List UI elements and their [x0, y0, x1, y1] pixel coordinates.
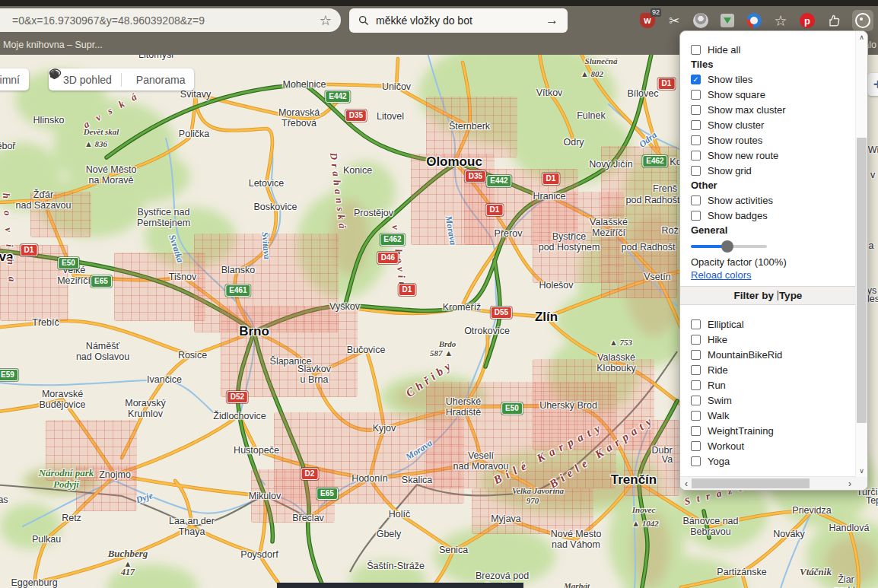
checkbox-unchecked[interactable] — [691, 380, 701, 390]
vertical-scroll-thumb[interactable] — [857, 138, 867, 423]
search-icon — [358, 15, 369, 26]
scroll-right-arrow-icon[interactable]: › — [844, 477, 856, 490]
panel-checkbox-show-grid[interactable]: Show grid — [691, 163, 856, 178]
checkbox-unchecked[interactable] — [691, 350, 701, 360]
clipboard-extension-icon[interactable] — [719, 12, 736, 29]
checkbox-label: Show max cluster — [708, 104, 786, 116]
thumbs-up-extension-icon[interactable] — [826, 12, 842, 29]
checkbox-unchecked[interactable] — [691, 396, 701, 405]
panel-checkbox-show-square[interactable]: Show square — [691, 87, 856, 102]
checkbox-label: Show routes — [708, 135, 762, 146]
zoom-in-button[interactable]: + — [868, 73, 878, 96]
panel-section-header-tiles: Tiles — [691, 57, 856, 72]
panorama-button[interactable]: Panorama — [136, 74, 186, 86]
checkbox-label: WeightTraining — [708, 425, 774, 437]
bookmark-item[interactable]: Moje knihovna – Supr... — [0, 40, 103, 50]
opacity-slider[interactable] — [691, 237, 856, 256]
scroll-down-arrow-icon[interactable]: ∨ — [856, 465, 867, 477]
search-input[interactable]: měkké vložky do bot — [376, 14, 539, 27]
address-bar[interactable]: =0&x=16.9730967&y=48.96039208&z=9 ☆ — [0, 8, 341, 32]
checkbox-unchecked[interactable] — [691, 365, 701, 375]
panel-checkbox-mountainbikerid[interactable]: MountainBikeRid — [691, 347, 856, 362]
checkbox-label: Show grid — [708, 165, 752, 176]
opacity-factor-label: Opacity factor (100%) — [691, 256, 856, 269]
avatar-extension-icon[interactable] — [692, 12, 709, 29]
filter-by-type-header: Filter by Type — [680, 286, 856, 305]
bookmark-star-icon[interactable]: ☆ — [320, 14, 332, 27]
checkbox-label: Show new route — [708, 150, 778, 161]
attribution-bar — [277, 583, 523, 588]
checkbox-label: Show activities — [708, 195, 773, 206]
panel-checkbox-hike[interactable]: Hike — [691, 332, 856, 347]
checkbox-unchecked[interactable] — [691, 426, 701, 436]
view-mode-buttons: 3D pohled Panorama — [49, 68, 194, 91]
panel-checkbox-workout[interactable]: Workout — [691, 438, 856, 453]
panel-section-header-general: General — [691, 223, 856, 237]
panel-checkbox-show-new-route[interactable]: Show new route — [691, 148, 856, 163]
checkbox-unchecked[interactable] — [691, 335, 701, 345]
checkbox-unchecked[interactable] — [691, 135, 701, 145]
checkbox-label: Elliptical — [708, 319, 744, 330]
panel-checkbox-show-activities[interactable]: Show activities — [691, 192, 856, 208]
checkbox-unchecked[interactable] — [691, 90, 701, 100]
panel-section-header-other: Other — [691, 178, 856, 192]
checkbox-label: Show tiles — [708, 74, 752, 85]
checkbox-checked[interactable]: ✓ — [691, 75, 701, 84]
checkbox-unchecked[interactable] — [691, 441, 701, 451]
checkbox-label: Workout — [708, 440, 744, 452]
panel-checkbox-elliptical[interactable]: Elliptical — [691, 316, 856, 332]
panel-checkbox-run[interactable]: Run — [691, 377, 856, 393]
panel-checkbox-yoga[interactable]: Yoga — [691, 453, 856, 469]
checkbox-unchecked[interactable] — [691, 411, 701, 421]
url-text[interactable]: =0&x=16.9730967&y=48.96039208&z=9 — [0, 14, 320, 27]
star-collection-extension-icon[interactable]: ☆ — [772, 12, 789, 29]
checkbox-unchecked[interactable] — [691, 151, 701, 161]
horizontal-scroll-thumb[interactable] — [692, 478, 810, 488]
window-titlebar — [0, 0, 878, 6]
checkbox-unchecked[interactable] — [691, 195, 701, 205]
checkbox-unchecked[interactable] — [691, 120, 701, 130]
checkbox-label: Hide all — [708, 44, 740, 56]
winter-mode-button[interactable]: Zimní — [0, 68, 29, 91]
checkbox-unchecked[interactable] — [691, 319, 701, 329]
extension-badge: 92 — [651, 8, 661, 17]
reload-colors-link[interactable]: Reload colors — [691, 269, 856, 281]
panel-checkbox-weighttraining[interactable]: WeightTraining — [691, 423, 856, 438]
panel-checkbox-walk[interactable]: Walk — [691, 408, 856, 423]
panel-checkbox-show-max-cluster[interactable]: Show max cluster — [691, 102, 856, 117]
panel-checkbox-hide-all[interactable]: Hide all — [691, 42, 856, 57]
checkbox-unchecked[interactable] — [691, 105, 701, 115]
checkbox-label: Show square — [708, 89, 765, 100]
checkbox-label: Yoga — [708, 456, 730, 467]
view-3d-button[interactable]: 3D pohled — [63, 74, 112, 86]
panel-checkbox-show-tiles[interactable]: ✓Show tiles — [691, 72, 856, 87]
panel-checkbox-show-badges[interactable]: Show badges — [691, 208, 856, 223]
panel-checkbox-swim[interactable]: Swim — [691, 393, 856, 408]
scroll-left-arrow-icon[interactable]: ‹ — [680, 477, 692, 490]
pie-chart-extension-icon[interactable] — [746, 12, 762, 29]
search-go-icon[interactable]: → — [546, 13, 558, 28]
vertical-scrollbar[interactable]: ∧ ∨ — [855, 31, 867, 477]
search-box[interactable]: měkké vložky do bot → — [349, 8, 568, 33]
extension-popup-panel: Hide allTiles✓Show tilesShow squareShow … — [679, 30, 868, 491]
checkbox-label: MountainBikeRid — [708, 349, 782, 361]
scroll-up-arrow-icon[interactable]: ∧ — [856, 31, 867, 43]
button-divider — [121, 73, 122, 87]
panel-checkbox-ride[interactable]: Ride — [691, 362, 856, 377]
checkbox-label: Ride — [708, 364, 728, 376]
checkbox-unchecked[interactable] — [691, 45, 701, 55]
scissors-extension-icon[interactable]: ✂ — [666, 12, 682, 29]
checkbox-unchecked[interactable] — [691, 211, 701, 221]
scrollbar-corner — [856, 477, 867, 490]
panel-body: Hide allTiles✓Show tilesShow squareShow … — [680, 31, 856, 477]
panel-checkbox-show-cluster[interactable]: Show cluster — [691, 117, 856, 132]
checkbox-unchecked[interactable] — [691, 456, 701, 466]
pinterest-extension-icon[interactable]: p — [799, 12, 816, 29]
statshunters-target-extension-icon[interactable] — [852, 10, 873, 31]
w-extension-icon[interactable]: w 92 — [639, 12, 656, 29]
checkbox-unchecked[interactable] — [691, 166, 701, 176]
panel-checkbox-show-routes[interactable]: Show routes — [691, 132, 856, 148]
browser-window: { "browser": { "url_text": "=0&x=16.9730… — [0, 0, 878, 588]
horizontal-scrollbar[interactable]: ‹ › — [680, 476, 856, 490]
checkbox-label: Run — [708, 380, 726, 391]
